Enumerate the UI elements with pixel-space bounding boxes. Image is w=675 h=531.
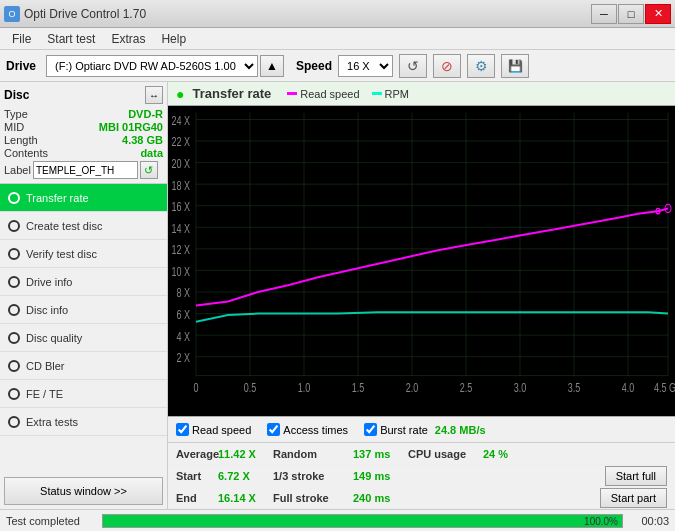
end-label: End bbox=[176, 492, 218, 504]
fe-te-icon bbox=[8, 388, 20, 400]
menu-file[interactable]: File bbox=[4, 30, 39, 48]
minimize-button[interactable]: ─ bbox=[591, 4, 617, 24]
burst-rate-value: 24.8 MB/s bbox=[435, 424, 486, 436]
app-title: Opti Drive Control 1.70 bbox=[24, 7, 146, 21]
create-test-disc-icon bbox=[8, 220, 20, 232]
nav-extra-tests-label: Extra tests bbox=[26, 416, 78, 428]
disc-quality-icon bbox=[8, 332, 20, 344]
nav-verify-test-disc[interactable]: Verify test disc bbox=[0, 240, 167, 268]
legend-rpm-label: RPM bbox=[385, 88, 409, 100]
nav-disc-quality[interactable]: Disc quality bbox=[0, 324, 167, 352]
menu-help[interactable]: Help bbox=[153, 30, 194, 48]
disc-length-value: 4.38 GB bbox=[122, 134, 163, 146]
progress-percent: 100.0% bbox=[584, 515, 618, 529]
access-times-check-label: Access times bbox=[283, 424, 348, 436]
disc-mid-value: MBI 01RG40 bbox=[99, 121, 163, 133]
nav-drive-info[interactable]: Drive info bbox=[0, 268, 167, 296]
svg-text:2.5: 2.5 bbox=[460, 380, 473, 394]
burst-rate-checkbox[interactable] bbox=[364, 423, 377, 436]
svg-text:4.5 GB: 4.5 GB bbox=[654, 380, 675, 394]
verify-test-disc-icon bbox=[8, 248, 20, 260]
nav-disc-quality-label: Disc quality bbox=[26, 332, 82, 344]
svg-text:2.0: 2.0 bbox=[406, 380, 419, 394]
time-display: 00:03 bbox=[629, 515, 669, 527]
svg-text:18 X: 18 X bbox=[171, 178, 190, 192]
disc-refresh-button[interactable]: ↺ bbox=[140, 161, 158, 179]
app-icon: O bbox=[4, 6, 20, 22]
random-label: Random bbox=[273, 448, 353, 460]
speed-select[interactable]: 1 X2 X4 X8 X12 X16 XMax bbox=[338, 55, 393, 77]
disc-contents-row: Contents data bbox=[4, 147, 163, 159]
status-window-button[interactable]: Status window >> bbox=[4, 477, 163, 505]
stats-row-average: Average 11.42 X Random 137 ms CPU usage … bbox=[168, 443, 675, 465]
svg-text:16 X: 16 X bbox=[171, 200, 190, 214]
nav-cd-bler-label: CD Bler bbox=[26, 360, 65, 372]
nav-create-test-disc-label: Create test disc bbox=[26, 220, 102, 232]
settings-button[interactable]: ⚙ bbox=[467, 54, 495, 78]
menu-start-test[interactable]: Start test bbox=[39, 30, 103, 48]
legend-rpm-dot bbox=[372, 92, 382, 95]
stats-row-end: End 16.14 X Full stroke 240 ms Start par… bbox=[168, 487, 675, 509]
transfer-rate-icon bbox=[8, 192, 20, 204]
drive-info-icon bbox=[8, 276, 20, 288]
svg-text:24 X: 24 X bbox=[171, 114, 190, 128]
nav-drive-info-label: Drive info bbox=[26, 276, 72, 288]
save-button[interactable]: 💾 bbox=[501, 54, 529, 78]
titlebar-left: O Opti Drive Control 1.70 bbox=[4, 6, 146, 22]
average-value: 11.42 X bbox=[218, 448, 273, 460]
right-panel: ● Transfer rate Read speed RPM 24 X bbox=[168, 82, 675, 509]
disc-header: Disc ↔ bbox=[4, 86, 163, 104]
nav-transfer-rate[interactable]: Transfer rate bbox=[0, 184, 167, 212]
eject-button[interactable]: ▲ bbox=[260, 55, 284, 77]
nav-menu: Transfer rate Create test disc Verify te… bbox=[0, 184, 167, 473]
start-label: Start bbox=[176, 470, 218, 482]
nav-extra-tests[interactable]: Extra tests bbox=[0, 408, 167, 436]
svg-text:4.0: 4.0 bbox=[622, 380, 635, 394]
title-bar: O Opti Drive Control 1.70 ─ □ ✕ bbox=[0, 0, 675, 28]
nav-disc-info[interactable]: Disc info bbox=[0, 296, 167, 324]
progress-bar: 100.0% bbox=[102, 514, 623, 528]
stroke13-value: 149 ms bbox=[353, 470, 408, 482]
start-full-button[interactable]: Start full bbox=[605, 466, 667, 486]
read-speed-checkbox[interactable] bbox=[176, 423, 189, 436]
nav-fe-te[interactable]: FE / TE bbox=[0, 380, 167, 408]
cd-bler-icon bbox=[8, 360, 20, 372]
stats-checkbox-bar: Read speed Access times Burst rate 24.8 … bbox=[168, 416, 675, 442]
close-button[interactable]: ✕ bbox=[645, 4, 671, 24]
nav-cd-bler[interactable]: CD Bler bbox=[0, 352, 167, 380]
svg-text:3.0: 3.0 bbox=[514, 380, 527, 394]
read-speed-check-group: Read speed bbox=[176, 423, 251, 436]
status-bar: Test completed 100.0% 00:03 bbox=[0, 509, 675, 531]
nav-transfer-rate-label: Transfer rate bbox=[26, 192, 89, 204]
nav-create-test-disc[interactable]: Create test disc bbox=[0, 212, 167, 240]
disc-length-label: Length bbox=[4, 134, 38, 146]
restore-button[interactable]: □ bbox=[618, 4, 644, 24]
start-part-button[interactable]: Start part bbox=[600, 488, 667, 508]
disc-section: Disc ↔ Type DVD-R MID MBI 01RG40 Length … bbox=[0, 82, 167, 184]
chart-svg: 24 X 22 X 20 X 18 X 16 X 14 X 12 X 10 X … bbox=[168, 106, 675, 416]
access-times-check-group: Access times bbox=[267, 423, 348, 436]
refresh-drive-button[interactable]: ↺ bbox=[399, 54, 427, 78]
svg-text:6 X: 6 X bbox=[176, 308, 190, 322]
access-times-checkbox[interactable] bbox=[267, 423, 280, 436]
disc-contents-value: data bbox=[140, 147, 163, 159]
svg-text:4 X: 4 X bbox=[176, 329, 190, 343]
drive-select[interactable]: (F:) Optiarc DVD RW AD-5260S 1.00 bbox=[46, 55, 258, 77]
disc-label-input[interactable] bbox=[33, 161, 138, 179]
svg-text:12 X: 12 X bbox=[171, 243, 190, 257]
menu-extras[interactable]: Extras bbox=[103, 30, 153, 48]
average-label: Average bbox=[176, 448, 218, 460]
nav-verify-test-disc-label: Verify test disc bbox=[26, 248, 97, 260]
disc-type-value: DVD-R bbox=[128, 108, 163, 120]
svg-text:3.5: 3.5 bbox=[568, 380, 581, 394]
disc-info-icon bbox=[8, 304, 20, 316]
svg-text:8 X: 8 X bbox=[176, 286, 190, 300]
disc-arrow-button[interactable]: ↔ bbox=[145, 86, 163, 104]
eraser-button[interactable]: ⊘ bbox=[433, 54, 461, 78]
legend-rpm: RPM bbox=[372, 88, 409, 100]
disc-type-label: Type bbox=[4, 108, 28, 120]
extra-tests-icon bbox=[8, 416, 20, 428]
svg-text:0.5: 0.5 bbox=[244, 380, 257, 394]
disc-label-row: Label ↺ bbox=[4, 161, 163, 179]
nav-disc-info-label: Disc info bbox=[26, 304, 68, 316]
